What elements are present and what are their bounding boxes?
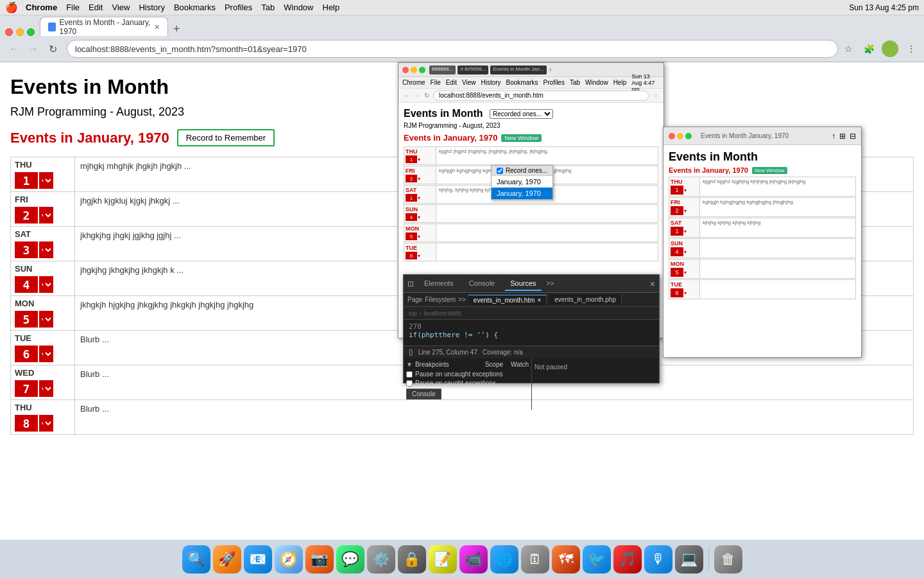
inner-reload[interactable]: ↻	[424, 92, 429, 99]
day-number: 1	[15, 172, 38, 189]
new-tab-btn[interactable]: +	[173, 22, 180, 36]
file-tab-close[interactable]: ×	[537, 297, 541, 304]
inner-menu-view[interactable]: View	[462, 79, 476, 86]
tab-close-btn[interactable]: ×	[155, 22, 160, 32]
inner-menu-chrome[interactable]: Chrome	[402, 79, 425, 86]
devtools-more-btn[interactable]: >>	[458, 296, 466, 303]
apple-menu[interactable]: 🍎	[5, 1, 18, 13]
inner-forward[interactable]: →	[414, 92, 420, 99]
inner-tl-close[interactable]	[402, 67, 409, 73]
inner-tl-minimize[interactable]	[411, 67, 417, 73]
devtools-page-tab[interactable]: Page	[407, 296, 422, 303]
address-bar[interactable]: localhost:8888/events_in_month.htm?smont…	[67, 40, 838, 58]
rp-title: Events in Month	[669, 150, 856, 164]
back-btn[interactable]: ←	[5, 41, 23, 57]
menu-dots-icon[interactable]: ⋮	[903, 41, 919, 57]
inner-menu-help[interactable]: Help	[613, 79, 627, 86]
extensions-icon[interactable]: 🧩	[861, 41, 877, 57]
pause-uncaught-cb[interactable]	[406, 371, 413, 378]
rp-tl-maximize[interactable]	[685, 133, 692, 139]
inner-menu-history[interactable]: History	[481, 79, 501, 86]
rp-tl-close[interactable]	[669, 133, 675, 139]
inner-tl-maximize[interactable]	[419, 67, 425, 73]
inner-tab-1[interactable]: 666666...	[429, 66, 456, 74]
bp-scope-tab[interactable]: Scope	[485, 361, 503, 368]
inner-url-input[interactable]	[433, 91, 649, 101]
inner-new-tab[interactable]: +	[549, 66, 553, 74]
devtools-tab-elements[interactable]: Elements	[419, 277, 459, 291]
day-dropdown[interactable]: ▾	[39, 207, 53, 223]
devtools-close-btn[interactable]: ⊡	[407, 279, 414, 288]
devtools-tab-console[interactable]: Console	[464, 277, 500, 291]
rp-layout-icon[interactable]: ⊞	[839, 132, 846, 141]
menu-bookmarks[interactable]: Bookmarks	[174, 3, 216, 12]
day-dropdown[interactable]: ▾	[39, 415, 53, 432]
record-to-remember-btn[interactable]: Record to Remember	[177, 129, 275, 146]
devtools-panel[interactable]: ⊡ Elements Console Sources >> × Page Fil…	[403, 274, 660, 383]
inner-menu-profiles[interactable]: Profiles	[543, 79, 565, 86]
tl-minimize[interactable]	[16, 28, 24, 36]
menu-chrome[interactable]: Chrome	[26, 3, 57, 12]
dropdown-checkbox[interactable]	[497, 168, 503, 174]
day-dropdown[interactable]: ▾	[39, 346, 53, 362]
inner-back[interactable]: ←	[404, 92, 410, 99]
menu-help[interactable]: Help	[323, 3, 340, 12]
menu-profiles[interactable]: Profiles	[225, 3, 252, 12]
inner-menu-edit[interactable]: Edit	[446, 79, 457, 86]
bookmark-icon[interactable]: ☆	[841, 41, 856, 57]
devtools-file-tab-php[interactable]: events_in_month.php	[549, 295, 622, 304]
devtools-tab-sources[interactable]: Sources	[505, 277, 541, 291]
menu-file[interactable]: File	[66, 3, 80, 12]
day-header: SAT 3 ▾	[11, 227, 75, 261]
rp-share-icon[interactable]: ↑	[832, 132, 835, 141]
menu-history[interactable]: History	[139, 3, 164, 12]
forward-btn[interactable]: →	[24, 41, 42, 57]
inner-menu-file[interactable]: File	[431, 79, 441, 86]
day-date-select: 3 ▾	[15, 241, 71, 258]
devtools-panel-close[interactable]: ×	[650, 279, 655, 289]
menu-window[interactable]: Window	[284, 3, 313, 12]
menu-tab[interactable]: Tab	[261, 3, 275, 12]
day-dropdown[interactable]: ▾	[39, 311, 53, 328]
devtools-breadcrumb-host[interactable]: localhost:8888	[424, 310, 461, 317]
devtools-file-bar: Page Filesystem >> events_in_month.htm ×…	[404, 293, 659, 307]
inner-menu-window[interactable]: Window	[585, 79, 608, 86]
rp-tl-minimize[interactable]	[677, 133, 683, 139]
devtools-breadcrumb-top[interactable]: top	[409, 310, 417, 317]
rp-day-col: SUN 4 ▾	[669, 239, 700, 258]
user-avatar[interactable]	[882, 40, 898, 57]
inner-tab-3[interactable]: Events in Month Jan...	[490, 66, 546, 74]
rp-sidebar-icon[interactable]: ⊟	[850, 132, 856, 141]
day-dropdown[interactable]: ▾	[39, 276, 53, 293]
day-dropdown[interactable]: ▾	[39, 380, 53, 397]
menu-edit[interactable]: Edit	[89, 3, 103, 12]
bp-arrow[interactable]: ▼	[406, 361, 413, 368]
dropdown-item-1[interactable]: January, 1970	[492, 188, 552, 199]
rp-new-window-btn[interactable]: New Window	[752, 167, 787, 174]
reload-btn[interactable]: ↻	[44, 41, 62, 57]
tl-maximize[interactable]	[27, 28, 35, 36]
day-header: FRI 2 ▾	[11, 192, 75, 227]
right-panel-window[interactable]: Events in Month January, 1970 ↑ ⊞ ⊟ Even…	[663, 127, 862, 358]
bp-watch-tab[interactable]: Watch	[511, 361, 529, 368]
day-dropdown[interactable]: ▾	[39, 241, 53, 258]
inner-tab-2[interactable]: # 8#5656...	[458, 66, 488, 74]
inner-new-window-btn[interactable]: New Window	[501, 134, 542, 142]
devtools-filesystem-tab[interactable]: Filesystem	[425, 296, 456, 303]
day-dropdown[interactable]: ▾	[39, 172, 53, 189]
inner-menu-tab[interactable]: Tab	[570, 79, 580, 86]
menu-view[interactable]: View	[112, 3, 130, 12]
dropdown-item-0[interactable]: January, 1970	[492, 176, 552, 188]
dropdown-overlay[interactable]: Record ones... January, 1970 January, 19…	[491, 165, 553, 200]
active-tab[interactable]: Events in Month - January, 1970 ×	[40, 17, 168, 36]
inner-calendar-row: TUE 6 ▾	[404, 243, 658, 261]
devtools-more-tabs[interactable]: >>	[547, 280, 554, 287]
inner-menu-bookmarks[interactable]: Bookmarks	[506, 79, 538, 86]
tl-close[interactable]	[5, 28, 13, 36]
day-name: FRI	[15, 195, 71, 204]
inner-bookmark[interactable]: ☆	[653, 92, 658, 99]
console-btn[interactable]: Console	[406, 389, 441, 399]
pause-caught-cb[interactable]	[406, 380, 413, 387]
inner-recorded-select[interactable]: Recorded ones... January, 1970	[490, 109, 553, 119]
devtools-file-tab-htm[interactable]: events_in_month.htm ×	[468, 295, 547, 305]
